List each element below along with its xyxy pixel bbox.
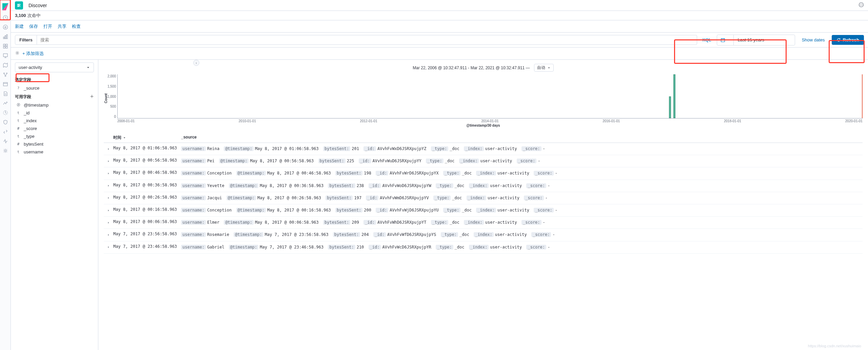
- expand-row-icon[interactable]: [104, 146, 113, 152]
- nav-monitoring-icon[interactable]: [0, 136, 11, 146]
- nav-uptime-icon[interactable]: [0, 108, 11, 117]
- histogram-chart[interactable]: Count 2,0001,5001,0005000: [104, 74, 863, 118]
- action-open[interactable]: 打开: [43, 23, 52, 30]
- space-badge[interactable]: 默: [15, 1, 23, 10]
- search-input[interactable]: [37, 35, 697, 45]
- nav-metrics-icon[interactable]: [0, 79, 11, 89]
- svg-point-12: [3, 73, 4, 74]
- row-time: May 7, 2017 @ 23:46:58.963: [113, 244, 181, 251]
- nav-discover-icon[interactable]: [0, 22, 11, 32]
- row-time: May 8, 2017 @ 00:56:58.963: [113, 158, 181, 164]
- field-item[interactable]: ?_source: [15, 84, 94, 92]
- action-new[interactable]: 新建: [15, 23, 24, 30]
- field-item[interactable]: t_id: [15, 109, 94, 117]
- nav-recent-icon[interactable]: [0, 13, 11, 22]
- svg-point-13: [6, 73, 7, 74]
- collapse-sidebar-icon[interactable]: ‹: [193, 60, 199, 66]
- nav-devtools-icon[interactable]: [0, 127, 11, 136]
- hits-bar: 3,100 次命中: [11, 11, 868, 20]
- fields-sidebar: user-activity 选定字段 ?_source 可用字段 ⦿@times…: [11, 60, 98, 350]
- ytick: 2,000: [107, 74, 116, 78]
- svg-rect-7: [3, 44, 5, 46]
- field-type-icon: ⦿: [16, 103, 21, 107]
- svg-point-3: [3, 25, 7, 30]
- refresh-button[interactable]: Refresh: [832, 35, 864, 45]
- expand-row-icon[interactable]: [104, 207, 113, 214]
- row-source: username:Reina @timestamp:May 8, 2017 @ …: [181, 146, 863, 152]
- row-source: username:Rosemarie @timestamp:May 7, 201…: [181, 232, 863, 238]
- svg-rect-5: [5, 36, 6, 39]
- ytick: 0: [114, 115, 116, 118]
- calendar-icon[interactable]: [717, 35, 734, 45]
- histogram-bar[interactable]: [673, 74, 675, 118]
- field-item[interactable]: #bytesSent: [15, 140, 94, 148]
- expand-row-icon[interactable]: [104, 244, 113, 251]
- field-item[interactable]: t_type: [15, 132, 94, 140]
- expand-row-icon[interactable]: [104, 183, 113, 189]
- show-dates-link[interactable]: Show dates: [802, 37, 825, 42]
- expand-row-icon[interactable]: [104, 219, 113, 226]
- row-source: username:Gabriel @timestamp:May 7, 2017 …: [181, 244, 863, 251]
- nav-canvas-icon[interactable]: [0, 51, 11, 60]
- xtick: 2018-01-01: [724, 119, 741, 123]
- action-inspect[interactable]: 检查: [72, 23, 81, 30]
- action-save[interactable]: 保存: [29, 23, 38, 30]
- nav-logs-icon[interactable]: [0, 89, 11, 98]
- chart-range-text: Mar 22, 2006 @ 10:32:47.911 - Mar 22, 20…: [413, 66, 530, 70]
- nav-dashboard-icon[interactable]: [0, 41, 11, 51]
- date-picker[interactable]: Last 15 years: [717, 35, 795, 45]
- expand-row-icon[interactable]: [104, 232, 113, 238]
- index-pattern-selector[interactable]: user-activity: [15, 62, 94, 72]
- nav-siem-icon[interactable]: [0, 117, 11, 127]
- row-time: May 8, 2017 @ 00:16:58.963: [113, 207, 181, 214]
- table-row: May 7, 2017 @ 23:56:58.963 username:Rose…: [104, 229, 863, 241]
- filters-button[interactable]: Filters: [15, 35, 37, 45]
- app-title: Discover: [28, 3, 47, 8]
- expand-row-icon[interactable]: [104, 158, 113, 164]
- field-name: _index: [24, 118, 37, 123]
- expand-row-icon[interactable]: [104, 170, 113, 177]
- search-bar: Filters KQL Last 15 years Show dates Ref…: [11, 33, 868, 48]
- row-source: username:Jacqui @timestamp:May 8, 2017 @…: [181, 195, 863, 201]
- field-item[interactable]: #_score: [15, 125, 94, 132]
- field-item[interactable]: t_index: [15, 117, 94, 125]
- xtick: 2016-01-01: [603, 119, 620, 123]
- column-time-header[interactable]: 时间: [113, 135, 181, 141]
- filter-row: + 添加筛选: [11, 48, 868, 60]
- help-icon[interactable]: [859, 2, 864, 8]
- field-type-icon: t: [16, 150, 21, 154]
- histogram-bar[interactable]: [669, 96, 671, 118]
- column-source-header[interactable]: _source: [181, 135, 863, 141]
- nav-apm-icon[interactable]: [0, 98, 11, 108]
- svg-rect-6: [6, 35, 7, 39]
- filter-settings-icon[interactable]: [15, 51, 20, 56]
- add-filter-link[interactable]: + 添加筛选: [22, 51, 44, 57]
- global-nav-sidebar: [0, 0, 11, 350]
- nav-maps-icon[interactable]: [0, 60, 11, 70]
- row-source: username:Conception @timestamp:May 8, 20…: [181, 207, 863, 214]
- svg-point-21: [17, 52, 18, 54]
- xtick: 2008-01-01: [117, 119, 135, 123]
- svg-rect-10: [6, 47, 7, 48]
- field-item[interactable]: ⦿@timestamp: [15, 101, 94, 109]
- fields-settings-icon[interactable]: [90, 94, 94, 99]
- field-type-icon: t: [16, 118, 21, 123]
- chevron-down-icon: [86, 66, 90, 70]
- expand-row-icon[interactable]: [104, 195, 113, 201]
- nav-management-icon[interactable]: [0, 146, 11, 155]
- nav-ml-icon[interactable]: [0, 70, 11, 79]
- svg-rect-8: [6, 44, 7, 46]
- row-source: username:Yevette @timestamp:May 8, 2017 …: [181, 183, 863, 189]
- action-share[interactable]: 共享: [58, 23, 66, 30]
- row-time: May 8, 2017 @ 00:36:58.963: [113, 183, 181, 189]
- table-row: May 8, 2017 @ 01:06:58.963 username:Rein…: [104, 143, 863, 155]
- field-item[interactable]: tusername: [15, 148, 94, 156]
- nav-visualize-icon[interactable]: [0, 32, 11, 41]
- chart-header: Mar 22, 2006 @ 10:32:47.911 - Mar 22, 20…: [104, 64, 863, 72]
- chart-xlabel: @timestamp/30 days: [104, 124, 863, 127]
- kql-toggle[interactable]: KQL: [703, 37, 711, 42]
- table-row: May 7, 2017 @ 23:46:58.963 username:Gabr…: [104, 241, 863, 254]
- interval-selector[interactable]: 自动: [534, 64, 554, 72]
- table-row: May 8, 2017 @ 00:16:58.963 username:Conc…: [104, 204, 863, 217]
- kibana-logo-icon[interactable]: [1, 3, 9, 11]
